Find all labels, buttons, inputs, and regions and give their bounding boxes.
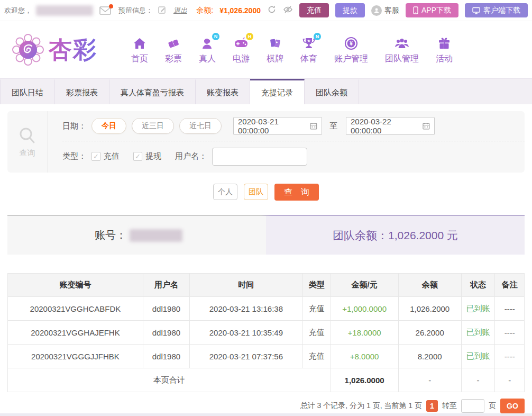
tab-team-balance[interactable]: 团队余额	[305, 79, 359, 104]
header-type: 类型	[302, 274, 331, 297]
customer-service-link[interactable]: 客服	[371, 5, 399, 16]
filter-main: 日期： 今日 近三日 近七日 2020-03-21 00:00:00 至 202…	[48, 111, 525, 173]
tab-team-daily[interactable]: 团队日结	[0, 79, 55, 104]
service-label: 客服	[384, 6, 399, 15]
header-time: 时间	[189, 274, 302, 297]
nav-item-team[interactable]: 团队管理	[385, 35, 419, 65]
reserved-info-label: 预留信息：	[118, 6, 153, 15]
recharge-checkbox[interactable]: ✓	[91, 152, 100, 161]
account-number-blurred	[130, 229, 182, 242]
table-body: 20200321VGGHCABFDKddl19802020-03-21 13:1…	[8, 297, 525, 368]
nav-item-egames[interactable]: H 电游	[233, 35, 250, 65]
nav-badge-n2: N	[314, 33, 321, 40]
filter-side: 查询	[7, 111, 48, 173]
cell-amount: +18.0000	[331, 321, 398, 345]
welcome-text: 欢迎您，	[4, 6, 32, 15]
tab-lottery-report[interactable]: 彩票报表	[55, 79, 109, 104]
team-icon	[394, 37, 410, 50]
svg-text:¥: ¥	[350, 41, 353, 47]
summary-label: 本页合计	[8, 368, 331, 392]
cell-type: 充值	[302, 345, 331, 368]
cell-note: ----	[495, 297, 525, 321]
date-filter-row: 日期： 今日 近三日 近七日 2020-03-21 00:00:00 至 202…	[62, 111, 525, 141]
hide-balance-icon[interactable]	[283, 5, 293, 16]
summary-amount: 1,026.0000	[331, 368, 398, 392]
current-page-badge[interactable]: 1	[426, 400, 438, 412]
page-unit-label: 页	[489, 401, 496, 411]
username-label: 用户名：	[175, 151, 207, 161]
calendar-icon	[423, 122, 430, 130]
recharge-button[interactable]: 充值	[299, 3, 329, 17]
type-filter-row: 类型： ✓ 充值 ✓ 提现 用户名：	[62, 141, 525, 171]
brand-emblem-icon	[12, 33, 44, 66]
withdraw-button[interactable]: 提款	[335, 3, 365, 17]
nav-item-boardgames[interactable]: 棋牌	[267, 35, 283, 65]
gift-icon	[437, 37, 451, 50]
date-to-picker[interactable]: 2020-03-22 00:00:00	[346, 117, 435, 135]
username-input[interactable]	[212, 148, 307, 166]
edit-icon[interactable]	[158, 6, 166, 15]
go-button[interactable]: GO	[500, 399, 525, 413]
nav-item-promotions[interactable]: 活动	[436, 35, 453, 65]
nav-item-account[interactable]: ¥ 账户管理	[334, 35, 368, 65]
withdraw-checkbox[interactable]: ✓	[133, 152, 142, 161]
logout-link[interactable]: 退出	[173, 6, 187, 15]
cell-change-id: 20200321VGGHAJEFHK	[8, 321, 143, 345]
cell-type: 充值	[302, 321, 331, 345]
goto-label: 转至	[442, 401, 457, 411]
type-label: 类型：	[62, 151, 86, 161]
range-today-button[interactable]: 今日	[91, 118, 126, 134]
records-table: 账变编号 用户名 时间 类型 金额/元 余额 状态 备注 20200321VGG…	[7, 273, 525, 392]
topbar: 欢迎您， 预留信息： 退出 余额: ¥1,026.2000 充值 提款	[0, 0, 532, 21]
cell-note: ----	[495, 321, 525, 345]
range-7days-button[interactable]: 近七日	[179, 118, 222, 134]
balance-value: ¥1,026.2000	[219, 6, 261, 15]
nav-item-home[interactable]: 首页	[131, 35, 148, 65]
nav-badge-h: H	[246, 33, 253, 40]
brand-logo[interactable]: 杏彩	[12, 33, 112, 66]
summary-balance-dash: -	[398, 368, 461, 392]
personal-button[interactable]: 个人	[213, 184, 237, 200]
team-button[interactable]: 团队	[244, 184, 268, 200]
cell-amount: +1,000.0000	[331, 297, 398, 321]
recharge-checkbox-group: ✓ 充值	[91, 151, 120, 161]
search-button[interactable]: 查 询	[274, 184, 319, 201]
main-nav: 首页 彩票 N 真人 H 电游	[131, 35, 453, 65]
username-blurred	[36, 5, 93, 16]
balance-label: 余额:	[196, 6, 213, 15]
nav-item-live[interactable]: N 真人	[199, 35, 216, 65]
header: 杏彩 首页 彩票 N 真人 H	[0, 21, 532, 78]
cell-balance: 8.2000	[398, 345, 461, 368]
goto-page-input[interactable]	[461, 399, 484, 413]
message-icon[interactable]	[99, 6, 111, 15]
app-download-button[interactable]: APP下载	[406, 3, 458, 17]
calendar-icon	[310, 122, 317, 130]
ticket-icon	[167, 37, 180, 50]
account-bar: 账号： 团队余额：1,026.2000 元	[7, 215, 525, 255]
nav-badge-n: N	[212, 33, 219, 40]
monitor-icon	[472, 7, 480, 14]
cell-change-id: 20200321VGGHCABFDK	[8, 297, 143, 321]
cell-status: 已到账	[461, 345, 495, 368]
tab-live-sports-report[interactable]: 真人体育盈亏报表	[109, 79, 196, 104]
tab-account-change-report[interactable]: 账变报表	[196, 79, 250, 104]
pagination-summary: 总计 3 个记录, 分为 1 页, 当前第 1 页	[300, 401, 422, 411]
cell-change-id: 20200321VGGGJJFHBK	[8, 345, 143, 368]
main-content: 查询 日期： 今日 近三日 近七日 2020-03-21 00:00:00 至 …	[0, 111, 532, 413]
table-row: 20200321VGGHAJEFHKddl19802020-03-21 10:3…	[8, 321, 525, 345]
client-download-button[interactable]: 客户端下载	[465, 3, 528, 17]
cell-time: 2020-03-21 07:37:56	[189, 345, 302, 368]
header-change-id: 账变编号	[8, 274, 143, 297]
date-from-picker[interactable]: 2020-03-21 00:00:00	[233, 117, 322, 135]
cell-amount: +8.0000	[331, 345, 398, 368]
filter-panel: 查询 日期： 今日 近三日 近七日 2020-03-21 00:00:00 至 …	[7, 111, 525, 173]
range-3days-button[interactable]: 近三日	[132, 118, 174, 134]
nav-item-sports[interactable]: N 体育	[300, 35, 317, 65]
table-header-row: 账变编号 用户名 时间 类型 金额/元 余额 状态 备注	[8, 274, 525, 297]
table-row: 20200321VGGGJJFHBKddl19802020-03-21 07:3…	[8, 345, 525, 368]
date-to-label: 至	[329, 121, 337, 131]
nav-item-lottery[interactable]: 彩票	[165, 35, 182, 65]
withdraw-checkbox-group: ✓ 提现	[133, 151, 161, 161]
tab-deposit-withdraw-records[interactable]: 充提记录	[250, 79, 305, 104]
refresh-icon[interactable]	[267, 5, 277, 16]
